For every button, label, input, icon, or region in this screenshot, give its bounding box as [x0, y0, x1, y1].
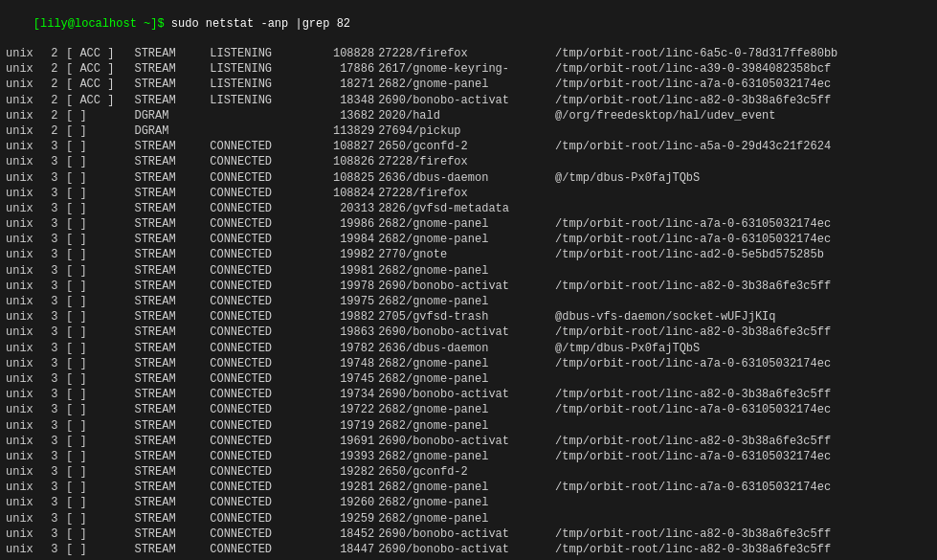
terminal: [lily@localhost ~]$ sudo netstat -anp |g…	[0, 0, 937, 560]
table-row: unix3[ ]STREAMCONNECTED197222682/gnome-p…	[6, 402, 931, 417]
username: [lily@localhost ~]$	[33, 17, 165, 31]
table-row: unix2[ ACC ]STREAMLISTENING183482690/bon…	[6, 93, 931, 108]
table-row: unix3[ ]STREAMCONNECTED199862682/gnome-p…	[6, 216, 931, 232]
table-row: unix2[ ]DGRAM136822020/hald@/org/freedes…	[6, 108, 931, 123]
table-row: unix3[ ]STREAMCONNECTED199752682/gnome-p…	[6, 294, 931, 309]
table-row: unix3[ ]STREAMCONNECTED192812682/gnome-p…	[6, 480, 931, 495]
table-row: unix3[ ]STREAMCONNECTED199842682/gnome-p…	[6, 232, 931, 247]
table-row: unix3[ ]STREAMCONNECTED192592682/gnome-p…	[6, 511, 931, 526]
table-row: unix3[ ]STREAMCONNECTED184472690/bonobo-…	[6, 542, 931, 557]
table-row: unix3[ ]STREAMCONNECTED198822705/gvfsd-t…	[6, 309, 931, 325]
prompt-line: [lily@localhost ~]$ sudo netstat -anp |g…	[6, 4, 931, 44]
table-row: unix3[ ]STREAMCONNECTED197192682/gnome-p…	[6, 418, 931, 434]
table-row: unix3[ ]STREAMCONNECTED197452682/gnome-p…	[6, 371, 931, 387]
table-row: unix3[ ]STREAMCONNECTED1088252636/dbus-d…	[6, 170, 931, 186]
command: sudo netstat -anp |grep 82	[165, 17, 350, 31]
table-row: unix3[ ]STREAMCONNECTED199822770/gnote/t…	[6, 247, 931, 262]
table-row: unix3[ ]STREAMCONNECTED199782690/bonobo-…	[6, 279, 931, 294]
table-row: unix3[ ]STREAMCONNECTED197342690/bonobo-…	[6, 387, 931, 402]
netstat-table: unix2[ ACC ]STREAMLISTENING10882827228/f…	[6, 46, 931, 557]
table-row: unix3[ ]STREAMCONNECTED197822636/dbus-da…	[6, 341, 931, 356]
table-row: unix3[ ]STREAMCONNECTED193932682/gnome-p…	[6, 449, 931, 464]
table-row: unix3[ ]STREAMCONNECTED184522690/bonobo-…	[6, 526, 931, 542]
table-row: unix3[ ]STREAMCONNECTED197482682/gnome-p…	[6, 356, 931, 371]
table-row: unix3[ ]STREAMCONNECTED10882427228/firef…	[6, 186, 931, 201]
table-row: unix3[ ]STREAMCONNECTED192822650/gconfd-…	[6, 464, 931, 480]
table-row: unix3[ ]STREAMCONNECTED1088272650/gconfd…	[6, 139, 931, 154]
table-row: unix3[ ]STREAMCONNECTED199812682/gnome-p…	[6, 263, 931, 279]
table-row: unix3[ ]STREAMCONNECTED196912690/bonobo-…	[6, 434, 931, 449]
table-row: unix2[ ACC ]STREAMLISTENING178862617/gno…	[6, 61, 931, 77]
table-row: unix2[ ACC ]STREAMLISTENING182712682/gno…	[6, 77, 931, 92]
table-row: unix2[ ]DGRAM11382927694/pickup	[6, 123, 931, 139]
table-row: unix2[ ACC ]STREAMLISTENING10882827228/f…	[6, 46, 931, 61]
table-row: unix3[ ]STREAMCONNECTED192602682/gnome-p…	[6, 495, 931, 510]
table-row: unix3[ ]STREAMCONNECTED10882627228/firef…	[6, 154, 931, 169]
table-row: unix3[ ]STREAMCONNECTED203132826/gvfsd-m…	[6, 201, 931, 216]
table-row: unix3[ ]STREAMCONNECTED198632690/bonobo-…	[6, 325, 931, 340]
